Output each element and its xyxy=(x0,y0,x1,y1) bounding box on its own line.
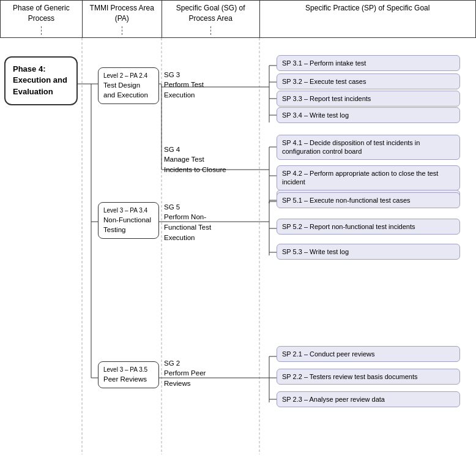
sp-5-2: SP 5.2 – Report non-functional test inci… xyxy=(277,219,460,235)
sg3-label: SG 3 Perform Test Execution xyxy=(164,70,255,100)
pa1-level: Level 2 – PA 2.4 xyxy=(103,72,154,80)
pa1-name: Test Design and Execution xyxy=(103,80,154,100)
sp-4-2: SP 4.2 – Perform appropriate action to c… xyxy=(277,165,460,191)
header-phase: Phase of Generic Process xyxy=(6,3,77,24)
sp-3-1: SP 3.1 – Perform intake test xyxy=(277,55,460,72)
phase-box: Phase 4: Execution and Evaluation xyxy=(4,56,78,106)
header-sg: Specific Goal (SG) of Process Area xyxy=(167,3,255,24)
header-tmmi: TMMI Process Area (PA) xyxy=(87,3,157,24)
pa2-name: Non-Functional Testing xyxy=(103,215,154,235)
pa3-name: Peer Reviews xyxy=(103,374,154,384)
sg2-label: SG 2 Perform Peer Reviews xyxy=(164,358,255,389)
pa-box-1: Level 2 – PA 2.4 Test Design and Executi… xyxy=(98,67,159,104)
sp-5-3: SP 5.3 – Write test log xyxy=(277,244,460,260)
sp-3-2: SP 3.2 – Execute test cases xyxy=(277,73,460,90)
pa-box-3: Level 3 – PA 3.5 Peer Reviews xyxy=(98,361,159,388)
pa3-level: Level 3 – PA 3.5 xyxy=(103,366,154,374)
sg5-label: SG 5 Perform Non- Functional Test Execut… xyxy=(164,202,255,243)
sp-2-2: SP 2.2 – Testers review test basis docum… xyxy=(277,369,460,385)
sp-2-1: SP 2.1 – Conduct peer reviews xyxy=(277,346,460,363)
diagram-container: Phase of Generic Process TMMI Process Ar… xyxy=(0,0,476,474)
sp-3-3: SP 3.3 – Report test incidents xyxy=(277,91,460,107)
header-sp: Specific Practice (SP) of Specific Goal xyxy=(265,3,470,13)
pa-box-2: Level 3 – PA 3.4 Non-Functional Testing xyxy=(98,202,159,239)
sp-3-4: SP 3.4 – Write test log xyxy=(277,107,460,124)
diagram-body: Phase 4: Execution and Evaluation Level … xyxy=(0,38,476,454)
sp-5-1: SP 5.1 – Execute non-functional test cas… xyxy=(277,192,460,209)
sp-2-3: SP 2.3 – Analyse peer review data xyxy=(277,391,460,408)
pa2-level: Level 3 – PA 3.4 xyxy=(103,206,154,215)
sg4-label: SG 4 Manage Test Incidents to Closure xyxy=(164,145,255,175)
sp-4-1: SP 4.1 – Decide disposition of test inci… xyxy=(277,135,460,160)
